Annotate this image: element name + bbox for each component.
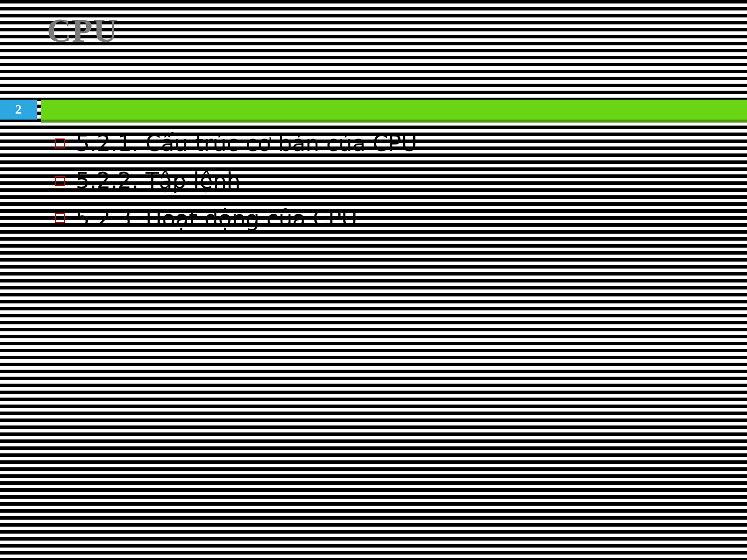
bullet-text: 5.2.1. Cấu trúc cơ bản của CPU: [76, 129, 417, 158]
list-item: 5.2.2. Tập lệnh: [55, 166, 727, 195]
accent-bar: [41, 100, 747, 120]
square-bullet-icon: [55, 139, 65, 148]
bullet-text: 5.2.3. Hoạt động của CPU: [76, 204, 357, 233]
slide-title: CPU: [47, 11, 118, 50]
list-item: 5.2.1. Cấu trúc cơ bản của CPU: [55, 129, 727, 158]
slide-content: CPU 2 5.2.1. Cấu trúc cơ bản của CPU 5.2…: [0, 0, 747, 560]
bullet-text: 5.2.2. Tập lệnh: [76, 166, 241, 195]
square-bullet-icon: [55, 213, 65, 223]
square-bullet-icon: [55, 176, 65, 186]
bullet-list: 5.2.1. Cấu trúc cơ bản của CPU 5.2.2. Tậ…: [55, 129, 727, 241]
list-item: 5.2.3. Hoạt động của CPU: [55, 204, 727, 233]
page-number-badge: 2: [0, 100, 37, 120]
